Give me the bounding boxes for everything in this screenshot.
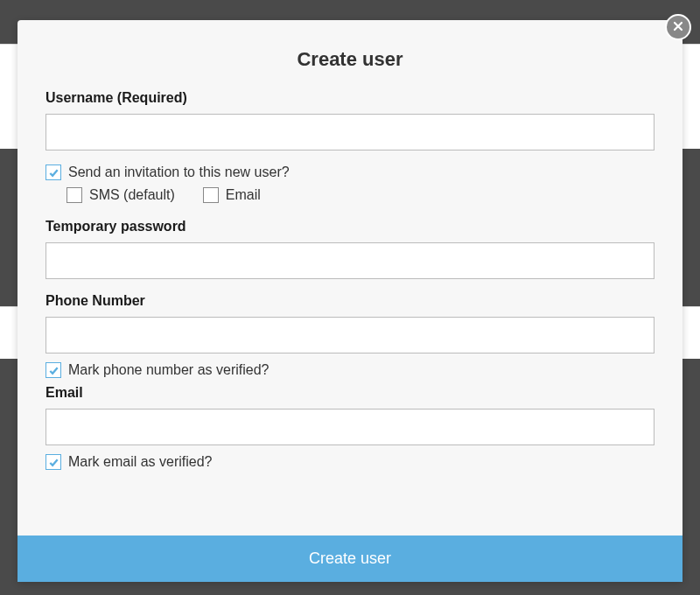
invitation-group: Send an invitation to this new user? SMS… (46, 164, 654, 203)
phone-input[interactable] (46, 317, 654, 354)
temp-password-input[interactable] (46, 242, 654, 279)
check-icon (48, 457, 60, 468)
modal-body: Username (Required) Send an invitation t… (18, 90, 682, 536)
phone-group: Phone Number Mark phone number as verifi… (46, 293, 654, 378)
invite-sms-checkbox[interactable] (66, 187, 82, 203)
invite-sms-label[interactable]: SMS (default) (89, 187, 175, 203)
email-label: Email (46, 385, 654, 401)
close-button[interactable] (665, 14, 691, 40)
invite-email-label[interactable]: Email (226, 187, 261, 203)
invite-email-checkbox[interactable] (203, 187, 219, 203)
email-verified-checkbox[interactable] (46, 454, 61, 470)
create-user-button[interactable]: Create user (18, 536, 682, 582)
username-group: Username (Required) (46, 90, 654, 150)
check-icon (48, 167, 60, 178)
invite-checkbox-row: Send an invitation to this new user? (46, 164, 654, 180)
modal-title: Create user (18, 20, 682, 90)
username-input[interactable] (46, 114, 654, 150)
invite-methods: SMS (default) Email (66, 187, 654, 203)
phone-verified-row: Mark phone number as verified? (46, 362, 654, 378)
check-icon (48, 365, 60, 376)
phone-label: Phone Number (46, 293, 654, 309)
invite-label[interactable]: Send an invitation to this new user? (68, 164, 290, 180)
email-verified-label[interactable]: Mark email as verified? (68, 454, 213, 470)
temp-password-group: Temporary password (46, 219, 654, 279)
email-verified-row: Mark email as verified? (46, 454, 654, 470)
email-input[interactable] (46, 409, 654, 445)
username-label: Username (Required) (46, 90, 654, 106)
invite-checkbox[interactable] (46, 164, 61, 180)
close-icon (673, 19, 683, 35)
create-user-modal: Create user Username (Required) Send an … (18, 20, 682, 582)
temp-password-label: Temporary password (46, 219, 654, 234)
phone-verified-checkbox[interactable] (46, 362, 61, 378)
email-group: Email Mark email as verified? (46, 385, 654, 470)
phone-verified-label[interactable]: Mark phone number as verified? (68, 362, 269, 378)
